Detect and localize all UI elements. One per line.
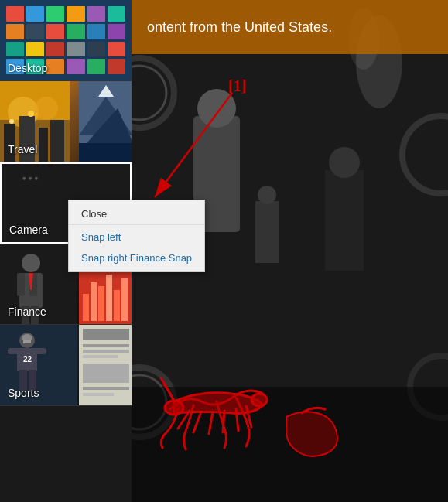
svg-rect-9 [325, 170, 364, 271]
sidebar-item-sports[interactable]: 22 Sports [0, 325, 132, 406]
annotation-1: [1] [228, 77, 246, 95]
sidebar-item-travel[interactable]: Travel [0, 81, 132, 162]
svg-point-36 [22, 254, 40, 272]
sidebar-item-desktop[interactable]: Desktop [0, 0, 132, 81]
top-bar-text: ontent from the United States. [147, 19, 332, 36]
svg-rect-65 [83, 364, 129, 383]
context-menu-close[interactable]: Close [69, 203, 204, 225]
svg-rect-29 [79, 143, 132, 162]
svg-rect-46 [98, 286, 104, 321]
svg-rect-61 [83, 329, 129, 340]
sidebar-item-finance-label: Finance [8, 306, 46, 318]
svg-rect-49 [121, 278, 128, 321]
svg-point-24 [9, 119, 14, 124]
svg-point-32 [22, 177, 26, 180]
svg-rect-11 [255, 201, 279, 263]
sidebar-item-sports-label: Sports [8, 387, 39, 399]
svg-rect-66 [83, 387, 129, 390]
context-menu: Close Snap left Snap right Finance Snap [68, 200, 205, 272]
svg-rect-38 [17, 273, 25, 296]
sidebar-item-camera-label: Camera [9, 224, 48, 236]
svg-rect-56 [36, 348, 46, 354]
svg-point-34 [35, 177, 38, 180]
svg-rect-47 [106, 275, 112, 321]
svg-point-33 [29, 177, 32, 180]
svg-rect-44 [83, 294, 89, 321]
svg-rect-67 [83, 393, 114, 396]
svg-point-25 [28, 111, 34, 117]
svg-rect-48 [114, 290, 120, 321]
svg-rect-53 [23, 340, 31, 343]
svg-rect-55 [8, 348, 19, 354]
svg-text:22: 22 [23, 355, 32, 364]
context-menu-snap-right[interactable]: Snap right Finance Snap [69, 248, 204, 268]
context-menu-snap-left[interactable]: Snap left [69, 227, 204, 248]
svg-point-12 [258, 186, 276, 204]
svg-rect-21 [19, 116, 35, 162]
svg-rect-23 [50, 120, 64, 162]
svg-rect-22 [39, 128, 48, 162]
svg-rect-63 [83, 350, 129, 353]
sidebar-item-desktop-label: Desktop [8, 62, 47, 74]
sidebar-item-travel-label: Travel [8, 143, 37, 155]
svg-rect-64 [83, 355, 118, 358]
svg-rect-45 [91, 282, 97, 321]
svg-point-19 [35, 97, 58, 120]
svg-rect-15 [132, 387, 448, 502]
top-bar: ontent from the United States. [132, 0, 448, 54]
svg-point-10 [329, 147, 360, 178]
svg-rect-62 [83, 344, 129, 347]
